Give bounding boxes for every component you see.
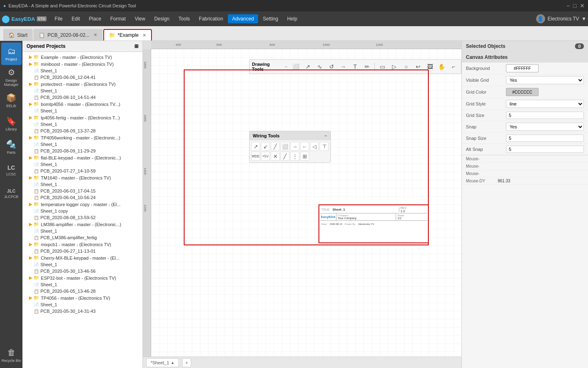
tree-item-10[interactable]: 📄Sheet_1 xyxy=(22,121,143,128)
tree-item-8[interactable]: 📄Sheet_1 xyxy=(22,108,143,114)
tab-pcb[interactable]: 📋 PCB_2020-08-02... ✕ xyxy=(33,29,102,40)
menu-place[interactable]: Place xyxy=(85,14,105,23)
wt-vss[interactable]: +5V xyxy=(261,152,270,161)
tab-example-close[interactable]: ✕ xyxy=(143,33,146,38)
tab-start[interactable]: 🏠 Start xyxy=(3,29,33,40)
tree-item-25[interactable]: ▶ 📁LM386-amplifier - master - (Electroni… xyxy=(22,221,143,228)
sheet-tab-arrow[interactable]: ▲ xyxy=(171,361,174,365)
wt-grid[interactable]: ⊞ xyxy=(300,152,309,161)
menu-fabrication[interactable]: Fabrication xyxy=(195,14,227,23)
tree-item-4[interactable]: ▶ 📁protectrect - master - (Electronics T… xyxy=(22,81,143,88)
tree-item-9[interactable]: ▶ 📁tp4056-fertig - master - (Electronics… xyxy=(22,114,143,121)
tree-item-38[interactable]: 📋PCB_2020-05-30_14-31-43 xyxy=(22,308,143,314)
sidebar-item-project[interactable]: 🗂 Project xyxy=(1,43,22,65)
tree-item-11[interactable]: 📋PCB_2020-08-09_13-37-28 xyxy=(22,128,143,134)
menu-help[interactable]: Help xyxy=(283,14,301,23)
projects-add-icon[interactable]: ⊞ xyxy=(134,43,138,49)
grid-size-input[interactable] xyxy=(506,112,584,119)
add-sheet-button[interactable]: + xyxy=(182,358,191,367)
tab-example[interactable]: 📁 *Example ✕ xyxy=(103,29,152,40)
tree-item-16[interactable]: 📄Sheet_1 xyxy=(22,161,143,168)
maximize-button[interactable]: □ xyxy=(573,2,577,9)
tree-item-20[interactable]: 📋PCB_2020-06-03_17-04-15 xyxy=(22,188,143,194)
tree-item-3[interactable]: 📋PCB_2020-06-06_12-04-41 xyxy=(22,74,143,81)
menu-advanced[interactable]: Advanced xyxy=(228,14,258,23)
tree-item-15[interactable]: ▶ 📁flat-BLE-keypad - master - (Electroni… xyxy=(22,154,143,161)
sheet-tab[interactable]: *Sheet_1 ▲ xyxy=(146,358,179,367)
tree-item-2[interactable]: 📄Sheet_1 xyxy=(22,67,143,74)
tree-item-19[interactable]: 📄Sheet_1 xyxy=(22,181,143,188)
projects-tree[interactable]: ▶ 📁Example - master - (Electronics TV)▶ … xyxy=(22,52,143,368)
tree-item-33[interactable]: ▶ 📁ESP32-bot - master - (Electronics TV) xyxy=(22,274,143,281)
menu-setting[interactable]: Setting xyxy=(259,14,282,23)
tree-item-7[interactable]: ▶ 📁bomtp4056 - master - (Electronics TV.… xyxy=(22,101,143,108)
wt-bus[interactable]: ↙ xyxy=(261,142,270,151)
tree-item-27[interactable]: 📋PCB_LM386-amplifier_fertig xyxy=(22,234,143,241)
grid-color-swatch[interactable]: #CCCCCC xyxy=(506,88,539,96)
dt-hand-tool[interactable]: ✋ xyxy=(437,61,447,72)
dt-collapse[interactable]: − xyxy=(285,64,287,70)
wt-junction[interactable]: ◁ xyxy=(310,142,319,151)
close-button[interactable]: ✕ xyxy=(580,2,585,9)
wt-diag[interactable]: ╱ xyxy=(281,152,290,161)
visible-grid-select[interactable]: Yes No xyxy=(506,76,584,84)
sidebar-item-recycle[interactable]: 🗑 Recycle Bin xyxy=(1,344,22,366)
sidebar-item-design-manager[interactable]: ⚙ Design Manager xyxy=(1,66,22,88)
wt-cross[interactable]: ✕ xyxy=(271,152,280,161)
tree-item-21[interactable]: 📋PCB_2020-06-04_10-56-24 xyxy=(22,194,143,201)
snap-size-input[interactable] xyxy=(506,135,584,142)
menu-edit[interactable]: Edit xyxy=(67,14,84,23)
wiring-tools-collapse[interactable]: − xyxy=(325,133,327,138)
wt-power[interactable]: → xyxy=(290,142,299,151)
menu-view[interactable]: View xyxy=(131,14,149,23)
tree-item-30[interactable]: ▶ 📁Cherry-MX-BLE-keypad - master - (El..… xyxy=(22,254,143,261)
wt-gnd[interactable]: ← xyxy=(300,142,309,151)
tab-pcb-close[interactable]: ✕ xyxy=(94,32,97,38)
tree-item-6[interactable]: 📋PCB_2020-08-10_14-51-44 xyxy=(22,94,143,101)
tree-item-22[interactable]: ▶ 📁temperature logger copy - master - (E… xyxy=(22,201,143,208)
tree-item-0[interactable]: ▶ 📁Example - master - (Electronics TV) xyxy=(22,54,143,61)
dt-measure-tool[interactable]: ⌐ xyxy=(448,61,459,72)
tree-item-32[interactable]: 📋PCB_2020-05-30_13-46-56 xyxy=(22,268,143,274)
sidebar-item-jlcpcb[interactable]: JLC JLCPCB xyxy=(1,182,22,205)
menu-format[interactable]: Format xyxy=(106,14,130,23)
grid-style-select[interactable]: line dot xyxy=(506,100,584,108)
snap-select[interactable]: Yes No xyxy=(506,123,584,131)
tree-item-37[interactable]: 📄Sheet_1 xyxy=(22,301,143,308)
menu-tools[interactable]: Tools xyxy=(174,14,194,23)
tree-item-24[interactable]: 📋PCB_2020-08-08_13-59-52 xyxy=(22,214,143,221)
tree-item-1[interactable]: ▶ 📁miniboost - master - (Electronics TV) xyxy=(22,61,143,67)
sidebar-item-eelib[interactable]: 📦 EELib xyxy=(1,89,22,112)
tree-item-35[interactable]: 📋PCB_2020-06-05_13-46-28 xyxy=(22,288,143,294)
tree-item-28[interactable]: ▶ 📁mixpcb1 - master - (Electronics TV) xyxy=(22,241,143,248)
alt-snap-input[interactable] xyxy=(506,146,584,153)
tree-item-26[interactable]: 📄Sheet_1 xyxy=(22,228,143,234)
sidebar-item-parts[interactable]: 🔩 Parts xyxy=(1,136,22,158)
wt-vcc[interactable]: VCC xyxy=(251,152,260,161)
tree-item-29[interactable]: 📋PCB_2020-06-27_11-13-01 xyxy=(22,248,143,254)
menu-design[interactable]: Design xyxy=(150,14,174,23)
menu-file[interactable]: File xyxy=(51,14,67,23)
user-dropdown-icon[interactable]: ▼ xyxy=(581,16,586,22)
tree-item-5[interactable]: 📄Sheet_1 xyxy=(22,88,143,94)
tree-item-12[interactable]: ▶ 📁TP4056working - master - (Electronic.… xyxy=(22,134,143,141)
tree-item-13[interactable]: 📄Sheet_1 xyxy=(22,141,143,148)
tree-item-31[interactable]: 📄Sheet_1 xyxy=(22,261,143,268)
tree-item-14[interactable]: 📋PCB_2020-08-09_11-29-29 xyxy=(22,148,143,154)
tree-item-18[interactable]: ▶ 📁TM1640 - master - (Electronics TV) xyxy=(22,174,143,181)
wt-nconn[interactable]: ⊤ xyxy=(320,142,329,151)
tree-item-34[interactable]: 📄Sheet_1 xyxy=(22,281,143,288)
tree-item-23[interactable]: 📄Sheet_1 copy xyxy=(22,208,143,214)
wt-netflag[interactable]: ⬜ xyxy=(281,142,290,151)
wt-wire[interactable]: ↗ xyxy=(251,142,260,151)
wt-netlabel[interactable]: ╱ xyxy=(271,142,280,151)
canvas-area[interactable]: 400 600 800 1000 1200 1800 1600 1400 120… xyxy=(143,41,461,368)
tree-item-36[interactable]: ▶ 📁TP4056 - master - (Electronics TV) xyxy=(22,294,143,301)
canvas-bg-color[interactable]: #FFFFFF xyxy=(506,64,539,72)
tree-item-17[interactable]: 📋PCB_2020-07-27_14-10-59 xyxy=(22,168,143,174)
minimize-button[interactable]: − xyxy=(566,2,570,9)
canvas-background[interactable]: Drawing Tools − ⬜ ↗ ∿ ↺ → T ✏ ▭ ▷ ○ ↩ 🖼 … xyxy=(151,49,461,360)
sidebar-item-library[interactable]: 🔖 Library xyxy=(1,112,22,135)
sidebar-item-lcsc[interactable]: LC LCSC xyxy=(1,159,22,182)
wt-dots[interactable]: ⋮ xyxy=(290,152,299,161)
